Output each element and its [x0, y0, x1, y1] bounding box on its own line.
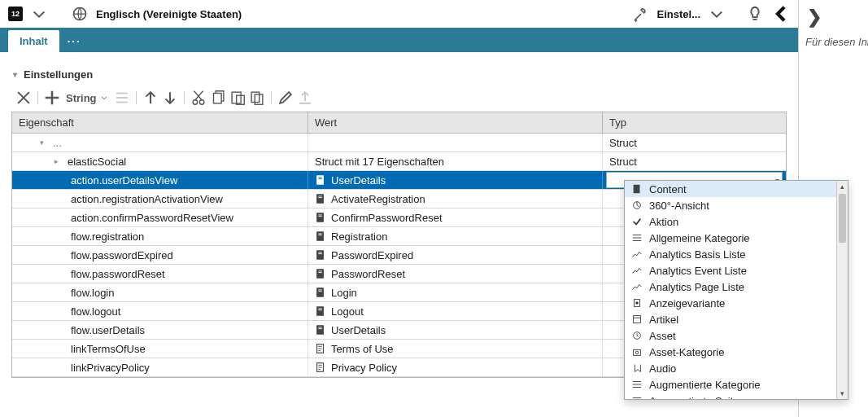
row-val: Terms of Use [331, 343, 394, 355]
tab-more-icon[interactable]: ··· [61, 30, 88, 52]
scroll-up-icon[interactable]: ▴ [837, 181, 848, 192]
row-val: PasswordExpired [331, 249, 413, 261]
type-icon [631, 216, 643, 227]
dropdown-item[interactable]: Aktion [625, 213, 836, 230]
duplicate-button[interactable] [248, 89, 266, 107]
row-val: ActivateRegistration [331, 193, 425, 205]
document-icon [315, 193, 326, 204]
tree-row-elastic[interactable]: ▸elasticSocial Struct mit 17 Eigenschaft… [12, 152, 786, 171]
svg-rect-43 [634, 349, 641, 355]
type-icon [631, 265, 643, 276]
lightbulb-icon[interactable] [746, 5, 764, 23]
svg-rect-24 [318, 271, 321, 272]
type-icon [631, 183, 643, 195]
row-val: Login [331, 287, 357, 299]
edit-button[interactable] [277, 89, 294, 107]
dropdown-item[interactable]: Anzeigevariante [625, 295, 836, 311]
dropdown-item[interactable]: 360°-Ansicht [625, 197, 836, 213]
document-icon [315, 287, 326, 298]
dropdown-item-label: Analytics Page Liste [649, 281, 744, 293]
svg-rect-18 [318, 234, 321, 235]
document-icon [315, 174, 326, 186]
expand-icon[interactable]: ▾ [40, 138, 48, 147]
row-val: UserDetails [331, 324, 386, 336]
svg-rect-41 [634, 316, 641, 323]
svg-rect-10 [318, 178, 321, 179]
dropdown-item[interactable]: Augmentierte Seite [625, 393, 836, 399]
document-icon [315, 230, 326, 242]
row-prop: action.registrationActivationView [71, 193, 223, 205]
chevron-down-icon[interactable] [31, 6, 47, 22]
dropdown-item[interactable]: Analytics Basis Liste [625, 246, 836, 262]
type-icon [631, 297, 643, 309]
svg-rect-22 [318, 253, 321, 254]
dropdown-item[interactable]: Content [625, 181, 836, 197]
dropdown-item-label: Asset-Kategorie [649, 346, 725, 358]
row-prop: flow.userDetails [71, 324, 145, 336]
move-up-button[interactable] [142, 89, 159, 107]
col-header-type[interactable]: Typ [603, 112, 786, 133]
collapse-chevron-icon[interactable]: ▾ [13, 70, 17, 79]
dropdown-item[interactable]: Allgemeine Kategorie [625, 230, 836, 246]
chevron-down-icon[interactable] [709, 6, 725, 22]
dropdown-item[interactable]: Audio [625, 360, 836, 376]
cut-button[interactable] [190, 89, 207, 107]
page-icon [315, 343, 326, 354]
svg-rect-20 [317, 251, 324, 260]
next-arrow-icon[interactable]: ❯ [807, 7, 822, 28]
language-label: Englisch (Vereinigte Staaten) [96, 8, 242, 20]
tree-row-root[interactable]: ▾... Struct [12, 134, 786, 152]
svg-rect-17 [317, 232, 324, 241]
svg-rect-14 [317, 213, 324, 222]
dropdown-item[interactable]: Asset-Kategorie [625, 344, 836, 360]
document-icon [315, 268, 326, 279]
dropdown-item[interactable]: Artikel [625, 311, 836, 327]
svg-rect-15 [318, 215, 321, 216]
type-dropdown[interactable]: Content360°-AnsichtAktionAllgemeine Kate… [624, 180, 848, 400]
svg-rect-28 [318, 291, 321, 292]
svg-rect-30 [318, 309, 321, 309]
row-val: ConfirmPasswordReset [331, 212, 443, 224]
svg-rect-23 [317, 270, 324, 279]
prev-arrow-icon[interactable] [772, 5, 790, 23]
row-prop: flow.logout [71, 305, 120, 318]
type-selector[interactable]: String [63, 92, 111, 104]
col-header-prop[interactable]: Eigenschaft [12, 112, 308, 133]
svg-rect-34 [318, 328, 321, 329]
type-icon [631, 395, 643, 399]
paste-button[interactable] [229, 89, 246, 107]
row-val: Registration [331, 230, 387, 243]
svg-rect-11 [317, 195, 324, 204]
add-button[interactable] [43, 89, 61, 107]
delete-button[interactable] [15, 89, 33, 107]
dropdown-scrollbar[interactable]: ▴ ▾ [836, 181, 848, 399]
panel-title: Einstellungen [24, 68, 93, 81]
type-icon [631, 248, 643, 260]
page-icon [315, 362, 326, 373]
dropdown-item[interactable]: Augmentierte Kategorie [625, 376, 836, 393]
dropdown-item[interactable]: Asset [625, 327, 836, 344]
list-button [113, 89, 131, 107]
svg-rect-19 [318, 235, 321, 235]
move-down-button[interactable] [161, 89, 179, 107]
svg-rect-32 [317, 326, 324, 335]
tab-content[interactable]: Inhalt [8, 30, 59, 52]
dropdown-item[interactable]: Analytics Event Liste [625, 262, 836, 279]
type-icon [631, 232, 643, 244]
svg-rect-27 [318, 290, 321, 291]
copy-button[interactable] [209, 89, 227, 107]
dropdown-item-label: Aktion [649, 216, 678, 228]
expand-icon[interactable]: ▸ [55, 157, 63, 165]
dropdown-item-label: Anzeigevariante [649, 297, 725, 309]
dropdown-item-label: Augmentierte Kategorie [649, 379, 761, 391]
settings-label[interactable]: Einstel... [657, 8, 700, 20]
col-header-val[interactable]: Wert [308, 112, 603, 133]
side-panel-empty-text: Für diesen Inh [805, 36, 865, 48]
dropdown-item[interactable]: Analytics Page Liste [625, 279, 836, 295]
scroll-down-icon[interactable]: ▾ [837, 388, 848, 399]
document-icon [315, 324, 326, 336]
upload-button [296, 89, 314, 107]
dropdown-item-label: Allgemeine Kategorie [649, 232, 750, 244]
dropdown-item-label: Artikel [649, 314, 678, 326]
svg-rect-12 [318, 196, 321, 197]
